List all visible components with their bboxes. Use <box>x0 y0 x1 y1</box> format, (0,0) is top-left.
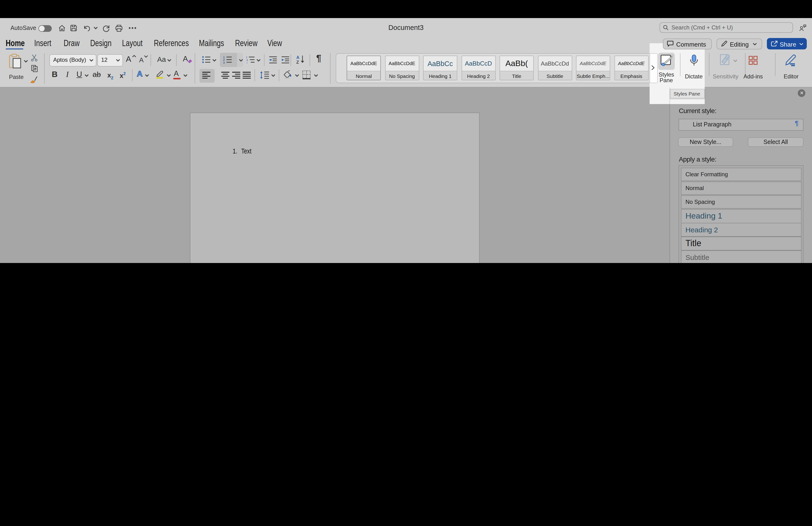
svg-text:Z: Z <box>296 60 299 64</box>
svg-text:A: A <box>296 55 300 60</box>
svg-text:3: 3 <box>223 61 224 64</box>
svg-text:2: 2 <box>223 58 224 61</box>
svg-text:i: i <box>247 61 247 64</box>
svg-text:a: a <box>246 58 248 61</box>
